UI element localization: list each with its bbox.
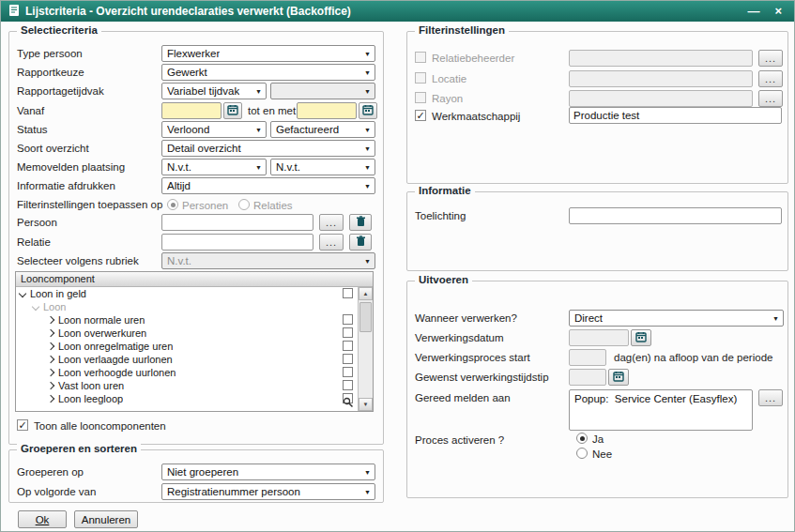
label-toelichting: Toelichting — [415, 210, 466, 222]
trash-icon — [356, 236, 366, 249]
ok-button[interactable]: Ok — [18, 510, 67, 528]
tree-checkbox[interactable] — [343, 327, 353, 338]
label-status: Status — [17, 124, 48, 136]
label-groeperen-op: Groeperen op — [17, 466, 84, 479]
tree-row[interactable]: Loon in geld — [16, 287, 357, 300]
scroll-thumb[interactable] — [359, 302, 372, 332]
scroll-down-button[interactable]: ▼ — [359, 398, 373, 411]
op-volgorde-van-select[interactable]: Registratienummer persoon ▼ — [161, 483, 375, 500]
persoon-delete-button[interactable] — [349, 214, 372, 231]
verwerkingsdatum-input — [569, 329, 629, 346]
tree-row[interactable]: Loon — [16, 300, 357, 313]
group-title: Uitvoeren — [415, 274, 472, 285]
chevron-right-icon — [47, 369, 54, 376]
label-soort-overzicht: Soort overzicht — [17, 143, 89, 155]
rapportkeuze-select[interactable]: Gewerkt ▼ — [161, 64, 375, 81]
label-rapportagetijdvak: Rapportagetijdvak — [17, 85, 104, 98]
label-gewenst-tijdstip: Gewenst verwerkingstijdstip — [415, 372, 549, 384]
group-title: Groeperen en sorteren — [17, 443, 141, 454]
tot-en-met-calendar-button[interactable] — [359, 102, 377, 119]
tot-en-met-date-input[interactable] — [297, 102, 357, 119]
rayon-checkbox[interactable] — [415, 92, 426, 103]
tree-row[interactable]: Loon onregelmatige uren — [16, 340, 357, 353]
status-select[interactable]: Verloond ▼ — [161, 121, 267, 138]
persoon-browse-button[interactable]: ... — [319, 214, 344, 231]
label-locatie: Locatie — [432, 73, 466, 85]
tree-checkbox[interactable] — [343, 288, 353, 298]
tree-row[interactable]: Vast loon uren — [16, 379, 357, 392]
tree-checkbox[interactable] — [343, 354, 353, 364]
calendar-icon — [635, 331, 647, 344]
rapportagetijdvak-select[interactable]: Variabel tijdvak ▼ — [161, 83, 267, 99]
group-title: Filterinstellingen — [415, 24, 509, 36]
label-rubriek: Selecteer volgens rubriek — [17, 255, 139, 267]
werkmaatschappij-checkbox[interactable]: ✓ — [415, 110, 426, 121]
rapportagetijdvak-sub-select: ▼ — [270, 83, 375, 99]
relatie-delete-button[interactable] — [349, 234, 372, 251]
tree-row[interactable]: Loon verhoogde uurlonen — [16, 366, 357, 379]
locatie-checkbox[interactable] — [415, 72, 426, 84]
memovelden-sub-select[interactable]: N.v.t. ▼ — [270, 159, 375, 175]
gereed-melden-browse-button[interactable]: ... — [758, 389, 783, 406]
type-persoon-select[interactable]: Flexwerker ▼ — [161, 45, 375, 62]
toon-alle-checkbox[interactable]: ✓ — [17, 419, 28, 431]
group-filterinstellingen: Filterinstellingen Relatiebeheerder ... … — [406, 31, 788, 184]
label-gereed-melden: Gereed melden aan — [415, 392, 511, 404]
groeperen-op-select[interactable]: Niet groeperen ▼ — [161, 464, 375, 480]
relatiebeheerder-browse-button[interactable]: ... — [758, 50, 783, 67]
rayon-browse-button[interactable]: ... — [758, 90, 783, 107]
soort-overzicht-select[interactable]: Detail overzicht ▼ — [161, 140, 375, 157]
informatie-afdrukken-select[interactable]: Altijd ▼ — [161, 177, 375, 194]
vanaf-date-input[interactable] — [161, 102, 222, 119]
gereed-melden-box[interactable]: Popup: Service Center (Easyflex) — [569, 389, 753, 431]
tree-scrollbar[interactable]: ▲ ▼ — [358, 287, 373, 411]
dialog-lijstcriteria: Lijstcriteria - Overzicht urendeclaratie… — [0, 0, 795, 532]
group-groeperen: Groeperen en sorteren Groeperen op Niet … — [8, 449, 384, 503]
close-button[interactable]: × — [770, 2, 787, 21]
tree-checkbox[interactable] — [343, 367, 353, 377]
chevron-down-icon: ▼ — [364, 164, 371, 171]
radio-personen[interactable] — [167, 199, 178, 210]
chevron-down-icon: ▼ — [255, 88, 262, 95]
radio-ja[interactable] — [576, 433, 588, 444]
tree-checkbox[interactable] — [343, 380, 353, 390]
vanaf-calendar-button[interactable] — [223, 102, 242, 119]
wanneer-verwerken-select[interactable]: Direct ▼ — [569, 310, 784, 327]
status-sub-select[interactable]: Gefactureerd ▼ — [270, 121, 375, 138]
calendar-icon — [362, 104, 374, 117]
locatie-input — [569, 70, 753, 87]
tree-row[interactable]: Loon overwerkuren — [16, 327, 357, 340]
toelichting-input[interactable] — [569, 207, 782, 224]
relatie-input[interactable] — [161, 234, 313, 251]
chevron-down-icon: ▼ — [364, 127, 371, 133]
chevron-down-icon — [19, 290, 26, 297]
chevron-down-icon: ▼ — [364, 88, 371, 95]
cancel-button[interactable]: Annuleren — [74, 510, 138, 528]
scroll-up-button[interactable]: ▲ — [359, 287, 373, 300]
label-op-volgorde-van: Op volgorde van — [17, 486, 96, 498]
tree-row[interactable]: Loon leegloop — [16, 392, 357, 405]
tree-row[interactable]: Loon normale uren — [16, 313, 357, 327]
label-nee: Nee — [592, 448, 612, 461]
label-toon-alle: Toon alle looncomponenten — [34, 420, 166, 433]
tree-checkbox[interactable] — [343, 341, 353, 351]
locatie-browse-button[interactable]: ... — [758, 70, 783, 87]
magnifier-icon[interactable] — [343, 397, 354, 408]
memovelden-select[interactable]: N.v.t. ▼ — [161, 159, 267, 175]
persoon-input[interactable] — [161, 214, 313, 231]
gewenst-tijdstip-calendar-button[interactable] — [608, 369, 629, 386]
tree-checkbox[interactable] — [343, 314, 353, 325]
relatie-browse-button[interactable]: ... — [319, 234, 344, 251]
relatiebeheerder-checkbox[interactable] — [415, 52, 426, 63]
tree-row[interactable]: Loon verlaagde uurlonen — [16, 353, 357, 366]
document-icon — [8, 4, 20, 20]
radio-relaties[interactable] — [238, 199, 250, 210]
titlebar[interactable]: Lijstcriteria - Overzicht urendeclaratie… — [1, 1, 794, 22]
label-verwerkingsdatum: Verwerkingsdatum — [415, 332, 504, 344]
label-rapportkeuze: Rapportkeuze — [17, 67, 84, 79]
werkmaatschappij-input[interactable] — [569, 107, 782, 124]
radio-nee[interactable] — [576, 448, 588, 459]
label-proces-activeren: Proces activeren ? — [415, 434, 504, 447]
verwerkingsdatum-calendar-button[interactable] — [631, 329, 651, 346]
minimize-button[interactable]: — — [742, 2, 764, 21]
